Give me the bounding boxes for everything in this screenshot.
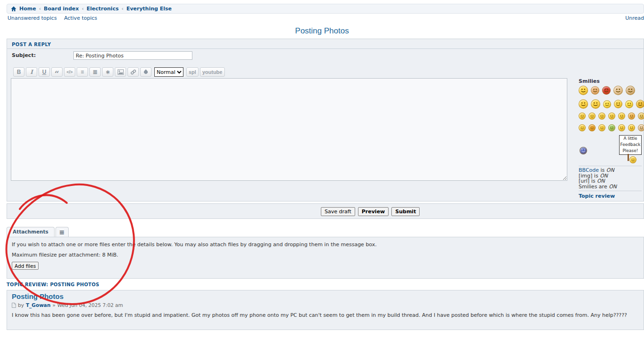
globe-smiley[interactable] <box>580 147 587 154</box>
pointing-hand-smiley[interactable] <box>591 86 599 95</box>
smile-smiley[interactable] <box>579 113 586 120</box>
glow-smiley[interactable] <box>579 124 586 131</box>
cheer-smiley-2[interactable] <box>591 99 600 109</box>
byline-by: by <box>18 302 24 308</box>
actions-band: Save draft Preview Submit <box>7 203 644 219</box>
cheer-smiley[interactable] <box>579 99 588 109</box>
image-icon <box>118 69 124 75</box>
topic-review-post: Posting Photos by T_Gowan » Wed Jun 04, … <box>7 290 644 330</box>
green-grin-smiley[interactable] <box>608 124 615 131</box>
insert-link-button[interactable] <box>127 67 139 77</box>
unanswered-topics-link[interactable]: Unanswered topics <box>8 15 57 21</box>
quote-button[interactable]: “ <box>51 67 63 77</box>
attachments-tabs: Attachments ≡ <box>7 227 69 237</box>
list-button[interactable]: ≡ <box>77 67 88 77</box>
dance-pair-smiley[interactable] <box>603 100 611 108</box>
topic-review-link[interactable]: Topic review <box>579 193 615 199</box>
subject-input[interactable] <box>73 51 192 60</box>
straight-face-smiley[interactable] <box>598 124 605 131</box>
topic-review-heading: TOPIC REVIEW: POSTING PHOTOS <box>7 282 99 287</box>
attachments-max-size: Maximum filesize per attachment: 8 MiB. <box>12 252 118 258</box>
breadcrumb-separator: ‹ <box>121 6 123 12</box>
breadcrumb-home[interactable]: Home <box>19 6 36 12</box>
lemon-smiley[interactable] <box>636 100 644 108</box>
tab-attachments[interactable]: Attachments <box>7 227 55 237</box>
bold-button[interactable]: B <box>13 67 24 77</box>
bbcode-status-state: ON <box>609 184 617 190</box>
granny-smiley[interactable] <box>638 124 644 131</box>
breadcrumb: Home ‹ Board index ‹ Electronics ‹ Every… <box>7 4 644 14</box>
forum-post-reply-page: Home ‹ Board index ‹ Electronics ‹ Every… <box>0 0 644 338</box>
underline-label: U <box>42 69 47 75</box>
divider <box>579 191 642 191</box>
nerd-smiley[interactable] <box>628 124 635 131</box>
grin-smiley[interactable] <box>618 113 625 120</box>
underline-button[interactable]: U <box>39 67 50 77</box>
list-item-button[interactable]: ∗ <box>102 67 113 77</box>
wave-smiley[interactable] <box>579 86 588 95</box>
meh-smiley[interactable] <box>638 113 644 120</box>
youtube-button[interactable]: youtube <box>200 67 225 77</box>
sign-stick <box>628 154 629 161</box>
smiley-row-3 <box>579 113 644 120</box>
italic-button[interactable]: I <box>26 67 37 77</box>
ordered-list-button[interactable]: ≣ <box>89 67 101 77</box>
post-a-reply-header: POST A REPLY <box>7 39 644 49</box>
code-button[interactable]: </> <box>64 67 75 77</box>
message-body-textarea[interactable] <box>11 78 567 181</box>
breadcrumb-everything-else[interactable]: Everything Else <box>127 6 172 12</box>
topic-filter-links: Unanswered topics Active topics <box>8 15 103 21</box>
shades-smiley[interactable] <box>588 113 596 120</box>
feedback-sign-line2: Feedback <box>620 142 641 148</box>
font-color-button[interactable] <box>140 67 151 77</box>
bbcode-status: BBCode is ON[img] is ON[url] is ONSmilie… <box>579 168 617 189</box>
wink-wave-smiley[interactable] <box>625 100 633 108</box>
breadcrumb-separator: ‹ <box>39 6 41 12</box>
preview-button[interactable]: Preview <box>358 207 389 216</box>
smilies-panel: Smilies A little Feedback Please! BBCode… <box>579 78 644 201</box>
angry-sign-smiley[interactable] <box>602 86 611 95</box>
save-draft-button[interactable]: Save draft <box>321 207 355 216</box>
home-icon <box>11 6 16 12</box>
spl-button[interactable]: spl <box>186 67 199 77</box>
blush-smiley[interactable] <box>628 113 635 120</box>
smiley-row-2 <box>579 99 644 109</box>
smiley-row-4 <box>579 124 644 131</box>
breadcrumb-separator: ‹ <box>82 6 84 12</box>
sign-holder-smiley[interactable] <box>629 156 636 163</box>
insert-image-button[interactable] <box>115 67 126 77</box>
breadcrumb-board-index[interactable]: Board index <box>44 6 79 12</box>
add-files-button[interactable]: Add files <box>12 262 39 270</box>
post-body-text: I know this has been gone over before, b… <box>12 312 637 318</box>
link-icon <box>130 69 136 75</box>
smilies-header: Smilies <box>579 78 644 84</box>
post-date: Wed Jun 04, 2025 7:02 am <box>57 302 123 308</box>
unread-link[interactable]: Unread <box>625 15 644 21</box>
chuckle-smiley[interactable] <box>618 124 625 131</box>
wink-smiley[interactable] <box>608 113 615 120</box>
tab-options[interactable]: ≡ <box>56 227 69 237</box>
subject-label: Subject: <box>12 52 36 58</box>
feedback-sign-smiley[interactable]: A little Feedback Please! <box>619 135 642 155</box>
feedback-sign-line1: A little <box>620 136 641 142</box>
font-size-select[interactable]: Normal <box>154 67 183 77</box>
cop-smiley[interactable] <box>626 86 635 95</box>
post-author-link[interactable]: T_Gowan <box>26 302 51 308</box>
form-actions: Save draft Preview Submit <box>321 207 420 216</box>
arrow-smiley[interactable] <box>588 124 596 131</box>
cowboy-smiley[interactable] <box>613 86 623 95</box>
hammer-smiley[interactable] <box>614 100 622 108</box>
smiley-row-1 <box>579 86 635 95</box>
menu-icon: ≡ <box>59 228 65 236</box>
breadcrumb-electronics[interactable]: Electronics <box>87 6 119 12</box>
color-droplet-icon <box>143 69 148 74</box>
post-reply-panel: POST A REPLY Subject: B I U “ </> ≡ ≣ ∗ … <box>7 39 644 201</box>
active-topics-link[interactable]: Active topics <box>64 15 97 21</box>
divider <box>579 166 642 166</box>
bbcode-toolbar: B I U “ </> ≡ ≣ ∗ Normal spl youtube <box>13 67 225 77</box>
submit-button[interactable]: Submit <box>391 207 420 216</box>
post-title-link[interactable]: Posting Photos <box>12 292 64 300</box>
feedback-sign-line3: Please! <box>620 148 641 154</box>
laugh-smiley[interactable] <box>598 113 605 120</box>
attachments-hint: If you wish to attach one or more files … <box>12 241 377 248</box>
